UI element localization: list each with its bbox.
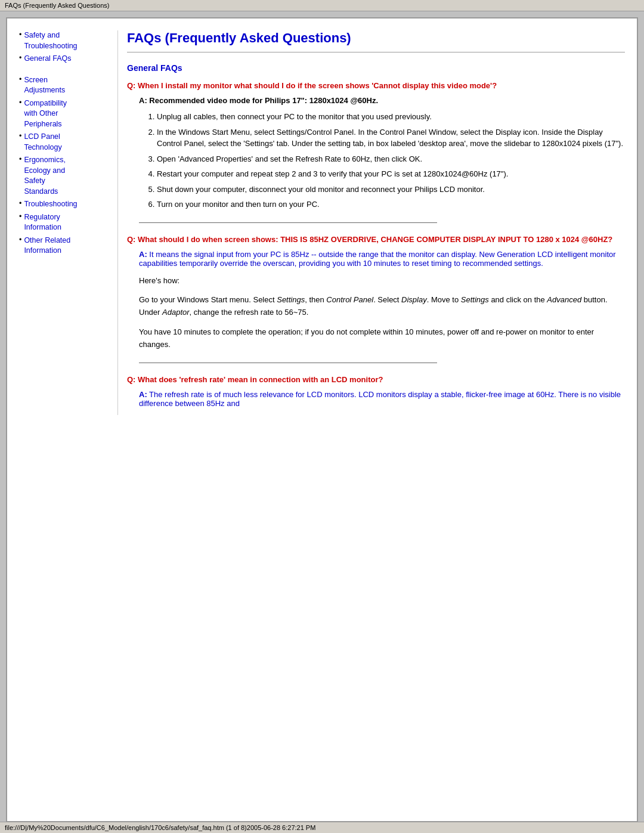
- sidebar-link-reg[interactable]: Regulatory Information: [24, 212, 61, 233]
- sidebar-label-compat-line1: Compatibility: [24, 99, 67, 107]
- sidebar-label-reg-line2: Information: [24, 223, 61, 231]
- bullet: •: [19, 212, 21, 221]
- answer-2-intro: A: It means the signal input from your P…: [127, 250, 625, 268]
- sidebar-item-safety[interactable]: • Safety and Troubleshooting: [19, 30, 109, 51]
- sidebar-label-reg-line1: Regulatory: [24, 213, 60, 221]
- sidebar-label-compat-line3: Peripherals: [24, 120, 61, 128]
- bullet: •: [19, 98, 21, 107]
- question-2: Q: What should I do when screen shows: T…: [127, 235, 625, 244]
- page-title: FAQs (Frequently Asked Questions): [127, 30, 625, 46]
- bullet: •: [19, 236, 21, 244]
- sidebar-link-general[interactable]: General FAQs: [24, 54, 71, 64]
- sidebar-label-other-line1: Other Related: [24, 236, 70, 244]
- sidebar-item-trouble[interactable]: • Troubleshooting: [19, 199, 109, 210]
- sidebar-item-ergo[interactable]: • Ergonomics, Ecology and Safety Standar…: [19, 155, 109, 197]
- section-divider-top: [127, 52, 625, 52]
- answer-3-a-label: A:: [139, 390, 147, 399]
- sidebar-label-general: General FAQs: [24, 54, 71, 63]
- step-4: Restart your computer and repeat step 2 …: [157, 168, 625, 180]
- sidebar-label-screen-line1: Screen: [24, 76, 48, 84]
- sidebar-link-ergo[interactable]: Ergonomics, Ecology and Safety Standards: [24, 155, 65, 197]
- sidebar-item-other[interactable]: • Other Related Information: [19, 236, 109, 256]
- sidebar-link-compat[interactable]: Compatibility with Other Peripherals: [24, 98, 67, 130]
- bullet: •: [19, 132, 21, 140]
- inner-divider-2: [139, 363, 437, 363]
- question-1: Q: When I install my monitor what should…: [127, 81, 625, 90]
- sidebar: • Safety and Troubleshooting • General F…: [19, 30, 117, 415]
- answer-3-intro: A: The refresh rate is of much less rele…: [127, 390, 625, 408]
- sidebar-item-lcd[interactable]: • LCD Panel Technology: [19, 132, 109, 153]
- section-heading: General FAQs: [127, 63, 625, 73]
- status-bar-text: file:///D|/My%20Documents/dfu/C6_Model/e…: [5, 824, 315, 831]
- sidebar-item-compat[interactable]: • Compatibility with Other Peripherals: [19, 98, 109, 130]
- question-3: Q: What does 'refresh rate' mean in conn…: [127, 375, 625, 384]
- sidebar-label-ergo-line2: Ecology and: [24, 166, 65, 175]
- sidebar-label-safety-line1: Safety and: [24, 31, 60, 39]
- step-5: Shut down your computer, disconnect your…: [157, 184, 625, 196]
- content-area: • Safety and Troubleshooting • General F…: [7, 18, 637, 427]
- sidebar-label-lcd-line2: Technology: [24, 143, 61, 151]
- sidebar-link-other[interactable]: Other Related Information: [24, 236, 70, 256]
- bullet: •: [19, 30, 21, 39]
- title-bar: FAQs (Frequently Asked Questions): [0, 0, 644, 11]
- sidebar-item-general[interactable]: • General FAQs: [19, 54, 109, 64]
- bullet: •: [19, 155, 21, 163]
- sidebar-label-trouble: Troubleshooting: [24, 200, 77, 208]
- sidebar-label-ergo-line3: Safety: [24, 176, 45, 185]
- answer-1-steps: Unplug all cables, then connect your PC …: [127, 111, 625, 210]
- browser-window: • Safety and Troubleshooting • General F…: [6, 17, 638, 822]
- answer-2-body1: Go to your Windows Start menu. Select Se…: [127, 294, 625, 319]
- sidebar-link-safety[interactable]: Safety and Troubleshooting: [24, 30, 77, 51]
- bullet: •: [19, 54, 21, 62]
- step-2: In the Windows Start Menu, select Settin…: [157, 126, 625, 150]
- sidebar-label-lcd-line1: LCD Panel: [24, 132, 60, 141]
- step-6: Turn on your monitor and then turn on yo…: [157, 199, 625, 210]
- step-3: Open 'Advanced Properties' and set the R…: [157, 153, 625, 165]
- step-1: Unplug all cables, then connect your PC …: [157, 111, 625, 123]
- title-bar-text: FAQs (Frequently Asked Questions): [5, 2, 109, 9]
- heres-how: Here's how:: [127, 275, 625, 287]
- sidebar-label-screen-line2: Adjustments: [24, 86, 65, 94]
- sidebar-link-screen[interactable]: Screen Adjustments: [24, 75, 65, 96]
- sidebar-label-compat-line2: with Other: [24, 109, 58, 117]
- answer-1-bold: A: Recommended video mode for Philips 17…: [127, 96, 625, 105]
- inner-divider-1: [139, 222, 437, 223]
- sidebar-item-reg[interactable]: • Regulatory Information: [19, 212, 109, 233]
- bullet: •: [19, 75, 21, 83]
- sidebar-label-safety-line2: Troubleshooting: [24, 42, 77, 50]
- main-content: FAQs (Frequently Asked Questions) Genera…: [117, 30, 625, 415]
- answer-2-body2: You have 10 minutes to complete the oper…: [127, 326, 625, 351]
- sidebar-label-ergo-line1: Ergonomics,: [24, 156, 65, 164]
- sidebar-link-lcd[interactable]: LCD Panel Technology: [24, 132, 61, 153]
- answer-2-a-label: A:: [139, 250, 147, 259]
- status-bar: file:///D|/My%20Documents/dfu/C6_Model/e…: [0, 822, 644, 833]
- sidebar-item-screen[interactable]: • Screen Adjustments: [19, 75, 109, 96]
- sidebar-link-trouble[interactable]: Troubleshooting: [24, 199, 77, 210]
- bullet: •: [19, 199, 21, 208]
- sidebar-label-ergo-line4: Standards: [24, 187, 58, 196]
- sidebar-label-other-line2: Information: [24, 246, 61, 255]
